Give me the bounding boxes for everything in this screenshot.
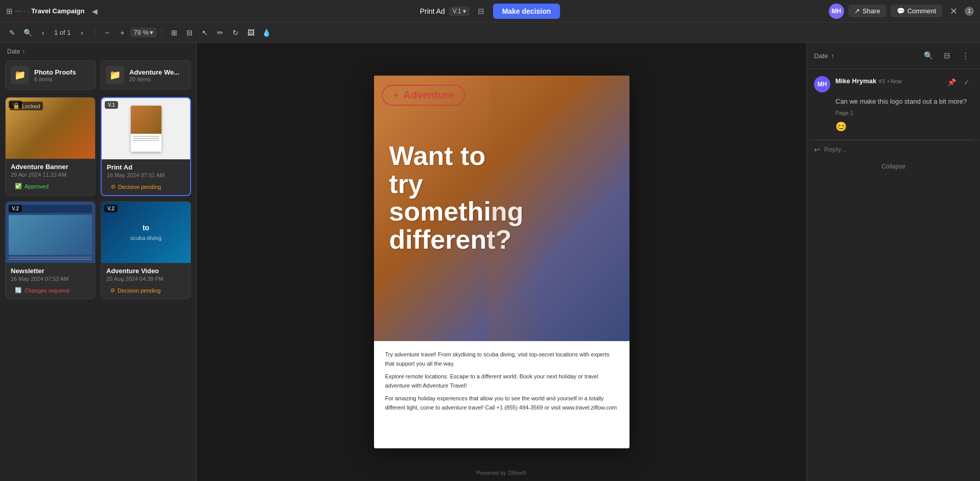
- comment-search-btn[interactable]: 🔍: [921, 48, 936, 63]
- status-icon-1: ✅: [15, 183, 22, 189]
- breadcrumb-home-icon[interactable]: ⊞: [6, 7, 13, 16]
- status-icon-4: ⊘: [110, 287, 115, 294]
- sidebar-toggle-btn[interactable]: ◀: [87, 4, 102, 18]
- folder-name-2: Adventure We...: [129, 68, 179, 76]
- comment-header-left: Date ↑: [814, 52, 834, 60]
- folder-row: 📁 Photo Proofs 6 items 📁 Adventure We...…: [0, 58, 196, 95]
- share-label: Share: [862, 7, 880, 15]
- page-indicator: 1 of 1: [51, 29, 74, 36]
- status-label-3: Changes required: [25, 287, 69, 294]
- cursor-btn[interactable]: ↖: [198, 26, 212, 40]
- status-icon-2: ⊘: [111, 183, 115, 190]
- folder-info: Photo Proofs 6 items: [34, 68, 76, 82]
- comment-item-1: MH Mike Hrymak #3 • Now 📌 ✓ Can we make …: [807, 69, 980, 139]
- item-title-3: Newsletter: [11, 267, 90, 275]
- video-thumb-sub: scuba diving: [130, 235, 161, 241]
- logo-text: Adventure: [404, 89, 454, 101]
- folder-icon-2: 📁: [106, 66, 124, 84]
- status-label-1: Approved: [25, 183, 49, 189]
- comment-filter-btn[interactable]: ⊟: [939, 48, 954, 63]
- comment-btn[interactable]: 💬 Comment: [891, 5, 942, 17]
- mini-line-3: [133, 140, 159, 141]
- comment-sort-label: Date: [814, 52, 828, 60]
- redo-btn[interactable]: ↻: [228, 26, 243, 40]
- item-thumb-adventure-banner: V.1 🔒 Locked: [6, 98, 95, 159]
- next-page-btn[interactable]: ›: [75, 26, 89, 40]
- close-btn[interactable]: ✕: [946, 4, 961, 18]
- toolbar-group-view: ⊞ ⊟ ↖ ✏ ↻ 🖼 💧: [167, 26, 273, 40]
- folder-photo-proofs[interactable]: 📁 Photo Proofs 6 items: [5, 60, 96, 90]
- comment-emoji-btn[interactable]: 😊: [814, 121, 847, 132]
- folder-adventure[interactable]: 📁 Adventure We... 20 items: [100, 60, 191, 90]
- main-area: Date ↑ 📁 Photo Proofs 6 items 📁 Adventur…: [0, 43, 980, 481]
- n-line-2: [9, 259, 92, 260]
- folder-icon: 📁: [11, 66, 29, 84]
- item-title-2: Print Ad: [107, 163, 185, 171]
- item-card-newsletter[interactable]: V.2 Newsletter 16 May 2024 07:53 AM: [5, 201, 96, 299]
- avatar: MH: [829, 4, 844, 19]
- print-ad-mini-preview: [131, 106, 161, 152]
- compare-btn[interactable]: ⊟: [182, 26, 197, 40]
- ad-bottom: Try adventure travel! From skydiving to …: [374, 341, 629, 448]
- comment-page: Page 1: [814, 110, 973, 116]
- ad-body-3: For amazing holiday experiences that all…: [385, 394, 618, 412]
- lock-icon: 🔒: [13, 103, 20, 109]
- draw-btn[interactable]: ✏: [213, 26, 227, 40]
- make-decision-btn[interactable]: Make decision: [493, 4, 561, 19]
- reply-input-row: ↩: [807, 140, 980, 159]
- status-badge-4: ⊘ Decision pending: [106, 286, 165, 295]
- locked-label: Locked: [22, 103, 40, 109]
- toolbar-group-zoom: − + 78 % ▾: [100, 26, 157, 40]
- comment-header: Date ↑ 🔍 ⊟ ⋮: [807, 43, 980, 69]
- comment-more-btn[interactable]: ⋮: [958, 48, 973, 63]
- version-chevron-icon: ▾: [463, 8, 466, 15]
- item-card-adventure-video[interactable]: V.2 to scuba diving Adventure Video 20 A…: [101, 201, 191, 299]
- more-tools-btn[interactable]: 💧: [259, 26, 273, 40]
- collapse-btn[interactable]: Collapse: [881, 163, 905, 170]
- tab-label: Print Ad: [420, 7, 445, 15]
- lock-badge: 🔒 Locked: [10, 102, 43, 110]
- sidebar: Date ↑ 📁 Photo Proofs 6 items 📁 Adventur…: [0, 43, 197, 481]
- reply-input[interactable]: [824, 146, 973, 153]
- prev-page-btn[interactable]: ‹: [36, 26, 50, 40]
- sort-date-btn[interactable]: Date ↑: [7, 48, 25, 55]
- item-thumb-adventure-video: V.2 to scuba diving: [101, 202, 191, 263]
- top-bar-center: Print Ad V.1 ▾ ⊟ Make decision: [420, 4, 561, 19]
- zoom-label: 78 %: [134, 29, 149, 36]
- comment-resolve-btn[interactable]: ✓: [961, 76, 973, 88]
- image-btn[interactable]: 🖼: [244, 26, 258, 40]
- share-btn[interactable]: ↗ Share: [848, 5, 886, 17]
- breadcrumb-sep2: ›: [28, 8, 30, 14]
- version-badge-4: V.2: [104, 205, 118, 212]
- item-thumb-newsletter: V.2: [6, 202, 95, 263]
- item-card-print-ad[interactable]: V.1 Print Ad 16 May 2024 07:51 AM: [101, 97, 191, 196]
- status-badge-1: ✅ Approved: [11, 182, 53, 190]
- status-badge-3: 🔄 Changes required: [11, 286, 73, 295]
- item-card-info-2: Print Ad 16 May 2024 07:51 AM ⊘ Decision…: [102, 159, 190, 195]
- breadcrumb: ⊞ ⋯ › › Travel Campaign: [6, 7, 84, 16]
- comment-pin-btn[interactable]: 📌: [945, 76, 958, 88]
- folder-info-2: Adventure We... 20 items: [129, 68, 179, 82]
- grid-view-btn[interactable]: ⊞: [167, 26, 181, 40]
- zoom-in-btn[interactable]: +: [115, 26, 130, 40]
- logo-star-icon: ✦: [393, 91, 400, 100]
- breadcrumb-campaign[interactable]: Travel Campaign: [31, 7, 84, 15]
- annotation-btn[interactable]: ✎: [5, 26, 19, 40]
- ad-body-2: Explore remote locations. Escape to a di…: [385, 372, 618, 390]
- search-btn[interactable]: 🔍: [20, 26, 35, 40]
- ad-canvas: ✦ Adventure Want to try something differ…: [374, 76, 629, 448]
- comment-label: Comment: [907, 7, 936, 15]
- zoom-out-btn[interactable]: −: [100, 26, 114, 40]
- comment-body: Can we make this logo stand out a bit mo…: [814, 97, 973, 107]
- comment-time: Now: [891, 78, 902, 84]
- zoom-selector[interactable]: 78 % ▾: [131, 28, 157, 37]
- comment-sort-icon: ↑: [831, 52, 834, 60]
- sort-label: Date: [7, 48, 20, 55]
- canvas-area: ✦ Adventure Want to try something differ…: [197, 43, 806, 481]
- item-date-4: 20 Aug 2024 04:39 PM: [106, 276, 185, 282]
- toolbar-divider-2: [161, 28, 162, 38]
- version-selector[interactable]: V.1 ▾: [449, 7, 470, 16]
- mini-line-2: [133, 138, 159, 139]
- item-card-adventure-banner[interactable]: V.1 🔒 Locked Adventure Banner 29 Apr 202…: [5, 97, 96, 196]
- book-view-btn[interactable]: ⊟: [474, 4, 489, 19]
